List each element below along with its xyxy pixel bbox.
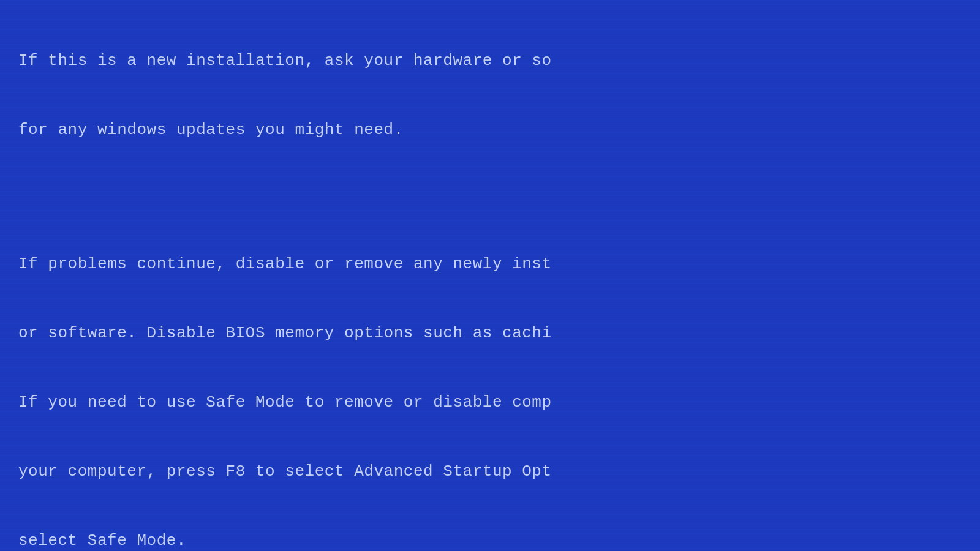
line-6: your computer, press F8 to select Advanc… (18, 460, 962, 484)
line-5: If you need to use Safe Mode to remove o… (18, 391, 962, 414)
spacer-1 (18, 189, 962, 207)
line-1: If this is a new installation, ask your … (18, 50, 962, 73)
line-3: If problems continue, disable or remove … (18, 253, 962, 276)
bsod-screen: If this is a new installation, ask your … (0, 0, 980, 551)
line-7: select Safe Mode. (18, 530, 962, 551)
bsod-text-content: If this is a new installation, ask your … (0, 0, 980, 551)
line-4: or software. Disable BIOS memory options… (18, 322, 962, 345)
line-2: for any windows updates you might need. (18, 119, 962, 142)
